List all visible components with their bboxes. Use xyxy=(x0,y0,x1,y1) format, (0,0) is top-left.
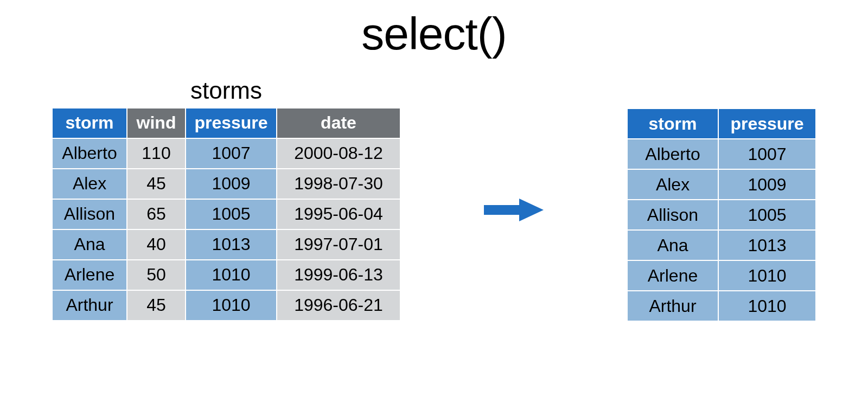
cell: 45 xyxy=(127,169,186,199)
cell: 2000-08-12 xyxy=(277,138,400,169)
cell: 1007 xyxy=(186,138,277,169)
cell: Alberto xyxy=(52,138,127,169)
slide: select() storms storm wind pressure date… xyxy=(0,0,868,415)
cell: 1005 xyxy=(718,200,816,230)
table-header-row: storm wind pressure date xyxy=(52,108,400,138)
cell: Ana xyxy=(627,230,718,260)
cell: 1999-06-13 xyxy=(277,260,400,290)
svg-marker-0 xyxy=(484,199,544,221)
cell: Allison xyxy=(52,199,127,229)
arrow-container xyxy=(484,175,544,224)
col-header-storm: storm xyxy=(627,108,718,139)
table-row: Alex 1009 xyxy=(627,169,816,200)
table-header-row: storm pressure xyxy=(627,108,816,139)
table-row: Allison 65 1005 1995-06-04 xyxy=(52,199,400,229)
cell: Arthur xyxy=(627,291,718,321)
cell: 1010 xyxy=(718,260,816,291)
cell: 1010 xyxy=(186,290,277,321)
cell: 1010 xyxy=(718,291,816,321)
table-row: Arlene 1010 xyxy=(627,260,816,291)
right-table: storm pressure Alberto 1007 Alex 1009 Al… xyxy=(627,108,816,322)
cell: 1010 xyxy=(186,260,277,290)
cell: 1996-06-21 xyxy=(277,290,400,321)
page-title: select() xyxy=(0,8,868,60)
col-header-storm: storm xyxy=(52,108,127,138)
cell: 1007 xyxy=(718,139,816,169)
cell: 1997-07-01 xyxy=(277,229,400,260)
cell: 1998-07-30 xyxy=(277,169,400,199)
table-row: Allison 1005 xyxy=(627,200,816,230)
table-row: Ana 40 1013 1997-07-01 xyxy=(52,229,400,260)
cell: Alberto xyxy=(627,139,718,169)
col-header-wind: wind xyxy=(127,108,186,138)
cell: Arthur xyxy=(52,290,127,321)
cell: Alex xyxy=(627,169,718,200)
col-header-date: date xyxy=(277,108,400,138)
cell: 50 xyxy=(127,260,186,290)
table-row: Ana 1013 xyxy=(627,230,816,260)
table-row: Arlene 50 1010 1999-06-13 xyxy=(52,260,400,290)
table-row: Arthur 1010 xyxy=(627,291,816,321)
table-row: Alberto 110 1007 2000-08-12 xyxy=(52,138,400,169)
cell: Arlene xyxy=(627,260,718,291)
cell: 1009 xyxy=(718,169,816,200)
left-table: storm wind pressure date Alberto 110 100… xyxy=(52,107,401,321)
tables-container: storms storm wind pressure date Alberto … xyxy=(52,76,816,322)
cell: Allison xyxy=(627,200,718,230)
arrow-right-icon xyxy=(484,196,544,224)
cell: 1995-06-04 xyxy=(277,199,400,229)
table-row: Alex 45 1009 1998-07-30 xyxy=(52,169,400,199)
cell: 65 xyxy=(127,199,186,229)
left-table-caption: storms xyxy=(190,77,262,104)
table-row: Arthur 45 1010 1996-06-21 xyxy=(52,290,400,321)
right-table-block: storm pressure Alberto 1007 Alex 1009 Al… xyxy=(627,76,816,322)
left-table-block: storms storm wind pressure date Alberto … xyxy=(52,77,401,321)
col-header-pressure: pressure xyxy=(718,108,816,139)
col-header-pressure: pressure xyxy=(186,108,277,138)
cell: 1009 xyxy=(186,169,277,199)
cell: 45 xyxy=(127,290,186,321)
cell: 1013 xyxy=(186,229,277,260)
cell: 1005 xyxy=(186,199,277,229)
table-row: Alberto 1007 xyxy=(627,139,816,169)
cell: Ana xyxy=(52,229,127,260)
cell: 40 xyxy=(127,229,186,260)
cell: 110 xyxy=(127,138,186,169)
cell: Arlene xyxy=(52,260,127,290)
cell: Alex xyxy=(52,169,127,199)
cell: 1013 xyxy=(718,230,816,260)
